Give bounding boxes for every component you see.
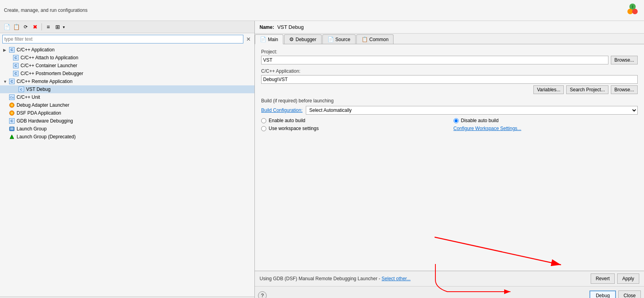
source-tab-icon: 📄: [328, 36, 334, 42]
project-input[interactable]: [261, 56, 608, 64]
tree-item-cpp-postmortem[interactable]: C C/C++ Postmortem Debugger: [0, 70, 254, 77]
filter-status: Filter matched 12 of 14 items: [0, 296, 254, 298]
menu-button[interactable]: ⊞: [53, 23, 62, 31]
debug-button[interactable]: Debug: [589, 290, 616, 298]
select-other-link[interactable]: Select other...: [382, 276, 411, 281]
new-config-button[interactable]: 📄: [2, 23, 11, 31]
radio-use-workspace: Use workspace settings: [261, 126, 446, 131]
delete-button[interactable]: ✖: [31, 23, 40, 31]
cpp-app-label: C/C++ Application:: [261, 68, 638, 74]
toolbar-sep1: [41, 23, 42, 30]
tab-source[interactable]: 📄 Source: [322, 34, 356, 44]
cpp-browse-button[interactable]: Browse...: [611, 85, 638, 94]
tab-debugger[interactable]: ⚙ Debugger: [284, 34, 322, 44]
tree-item-vst-debug[interactable]: C VST Debug: [0, 85, 254, 93]
radio-enable-auto: Enable auto build: [261, 118, 446, 123]
tree-item-label: C/C++ Attach to Application: [21, 55, 78, 60]
apply-button[interactable]: Apply: [617, 273, 639, 284]
bottom-action-buttons: Debug Close: [589, 290, 641, 298]
tree-item-label: C/C++ Remote Application: [17, 79, 72, 84]
configure-workspace-link[interactable]: Configure Workspace Settings...: [454, 126, 522, 131]
cpp-container-icon: C: [13, 62, 19, 69]
main-tab-icon: 📄: [260, 36, 266, 42]
tab-common[interactable]: 📋 Common: [356, 34, 394, 44]
filter-clear-button[interactable]: ✕: [245, 36, 252, 42]
tree-item-cpp-attach[interactable]: C C/C++ Attach to Application: [0, 54, 254, 62]
duplicate-button[interactable]: 📋: [12, 23, 21, 31]
cpp-app-icon: C: [9, 47, 15, 53]
tabs-row: 📄 Main ⚙ Debugger 📄 Source 📋 Common: [255, 34, 644, 44]
common-tab-icon: 📋: [362, 36, 368, 42]
revert-button[interactable]: Revert: [591, 273, 615, 284]
tab-main[interactable]: 📄 Main: [255, 34, 283, 44]
tree-item-dsf-pda[interactable]: DSF PDA Application: [0, 109, 254, 117]
debug-adapter-icon: [9, 102, 15, 108]
cpp-attach-icon: C: [13, 55, 19, 61]
svg-rect-9: [10, 129, 13, 130]
filter-icon: ≡: [47, 24, 50, 30]
vst-debug-icon: C: [18, 86, 24, 92]
search-project-button[interactable]: Search Project...: [566, 85, 608, 94]
close-button[interactable]: Close: [618, 290, 641, 298]
tab-debugger-label: Debugger: [296, 37, 316, 42]
radio-group: Enable auto build Disable auto build Use…: [261, 118, 638, 131]
tree-item-label: C/C++ Application: [17, 47, 55, 53]
dsf-pda-icon: [9, 110, 15, 116]
name-label: Name:: [260, 25, 274, 30]
tree-item-launch-group-dep[interactable]: Launch Group (Deprecated): [0, 133, 254, 141]
project-label: Project:: [261, 49, 638, 55]
project-field-row: Browse...: [261, 56, 638, 64]
svg-point-2: [632, 9, 638, 14]
bottom-bar: Using GDB (DSF) Manual Remote Debugging …: [255, 271, 644, 286]
tree-item-label: C/C++ Unit: [17, 94, 40, 100]
tree-item-cpp-remote[interactable]: ▼ C C/C++ Remote Application: [0, 77, 254, 85]
left-panel: 📄 📋 ⟳ ✖ ≡ ⊞ ▾ ✕: [0, 21, 255, 298]
enable-auto-radio[interactable]: [261, 118, 266, 123]
debugger-tab-icon: ⚙: [289, 36, 294, 42]
variables-button[interactable]: Variables...: [533, 85, 564, 94]
cpp-app-group: C/C++ Application: Variables... Search P…: [261, 68, 638, 94]
tree-item-launch-group[interactable]: Launch Group: [0, 125, 254, 133]
app-description: Create, manage, and run configurations: [4, 8, 87, 13]
filter-button[interactable]: ≡: [44, 23, 53, 31]
top-bar: Create, manage, and run configurations: [0, 0, 644, 21]
tree-item-cpp-container[interactable]: C C/C++ Container Launcher: [0, 62, 254, 70]
expand-icon: ▶: [3, 48, 9, 52]
tree-item-gdb-hardware[interactable]: C GDB Hardware Debugging: [0, 117, 254, 125]
tree-item-cpp-unit[interactable]: Cu C/C++ Unit: [0, 93, 254, 101]
delete-icon: ✖: [33, 24, 38, 30]
svg-point-1: [627, 9, 633, 14]
tree-item-label: Launch Group: [17, 126, 47, 132]
build-config-select[interactable]: Select Automatically: [306, 106, 638, 115]
svg-point-4: [11, 104, 13, 106]
new-proto-icon: ⟳: [24, 24, 28, 30]
disable-auto-radio[interactable]: [454, 118, 459, 123]
launch-group-dep-icon: [9, 134, 15, 140]
toolbar: 📄 📋 ⟳ ✖ ≡ ⊞ ▾: [0, 21, 254, 33]
build-config-link[interactable]: Build Configuration:: [261, 108, 303, 113]
arrow-area: [428, 288, 589, 298]
filter-input[interactable]: [2, 35, 243, 43]
project-group: Project: Browse...: [261, 49, 638, 64]
help-button[interactable]: ?: [258, 291, 267, 298]
use-workspace-radio[interactable]: [261, 126, 266, 131]
svg-marker-10: [10, 135, 14, 139]
tab-common-label: Common: [369, 37, 389, 42]
cpp-app-input[interactable]: [261, 75, 638, 84]
use-workspace-label: Use workspace settings: [269, 126, 319, 131]
launcher-info: Using GDB (DSF) Manual Remote Debugging …: [260, 276, 411, 281]
tab-source-label: Source: [335, 37, 350, 42]
project-browse-button[interactable]: Browse...: [611, 56, 638, 64]
launcher-info-text: Using GDB (DSF) Manual Remote Debugging …: [260, 276, 382, 281]
tree-item-debug-adapter[interactable]: Debug Adapter Launcher: [0, 101, 254, 109]
cpp-app-field-row: [261, 75, 638, 84]
name-value: VST Debug: [277, 24, 304, 30]
new-proto-button[interactable]: ⟳: [21, 23, 30, 31]
build-config-row: Build Configuration: Select Automaticall…: [261, 106, 638, 115]
cpp-postmortem-icon: C: [13, 70, 19, 77]
menu-icon: ⊞: [55, 24, 60, 30]
tree-item-cpp-app[interactable]: ▶ C C/C++ Application: [0, 46, 254, 54]
duplicate-icon: 📋: [13, 24, 20, 30]
tab-main-label: Main: [268, 37, 278, 42]
gdb-hardware-icon: C: [9, 118, 15, 124]
